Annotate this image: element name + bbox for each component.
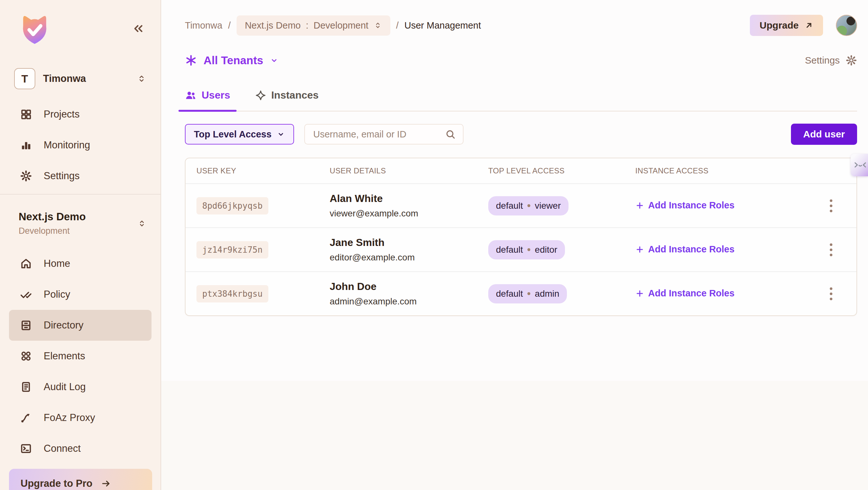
sidebar-item-label: Connect bbox=[44, 443, 81, 454]
breadcrumb-workspace[interactable]: Timonwa bbox=[185, 20, 222, 31]
user-key-chip[interactable]: 8pd66jkpyqsb bbox=[196, 197, 268, 214]
upgrade-banner-label: Upgrade to Pro bbox=[21, 478, 92, 489]
add-instance-roles-link[interactable]: Add Instance Roles bbox=[635, 244, 735, 255]
select-caret-icon bbox=[137, 74, 146, 84]
user-avatar[interactable] bbox=[836, 15, 857, 36]
sidebar-item-connect[interactable]: Connect bbox=[9, 433, 152, 464]
top-level-access-filter[interactable]: Top Level Access bbox=[185, 124, 294, 145]
row-menu-kebab-icon[interactable] bbox=[827, 197, 835, 215]
tab-instances[interactable]: Instances bbox=[255, 89, 321, 111]
chevron-down-icon bbox=[270, 56, 279, 65]
access-role: viewer bbox=[535, 201, 561, 211]
project-switcher[interactable]: Next.js Demo Development bbox=[19, 211, 146, 236]
add-instance-roles-link[interactable]: Add Instance Roles bbox=[635, 200, 735, 211]
sidebar-item-label: Elements bbox=[44, 350, 85, 362]
access-badge[interactable]: default admin bbox=[488, 284, 567, 303]
sidebar-item-home[interactable]: Home bbox=[9, 248, 152, 279]
arrow-right-icon bbox=[101, 479, 111, 489]
breadcrumb-separator: / bbox=[228, 20, 231, 31]
terminal-icon bbox=[20, 442, 32, 455]
table-toolbar: Top Level Access Add user bbox=[185, 124, 857, 145]
row-menu-kebab-icon[interactable] bbox=[827, 241, 835, 259]
breadcrumb-separator: / bbox=[396, 20, 399, 31]
sidebar-item-monitoring[interactable]: Monitoring bbox=[0, 130, 160, 160]
tenant-selector[interactable]: All Tenants bbox=[185, 54, 279, 67]
sidebar-item-settings[interactable]: Settings bbox=[0, 160, 160, 191]
workspace-name: Timonwa bbox=[43, 73, 86, 85]
search-icon[interactable] bbox=[445, 129, 456, 140]
home-icon bbox=[20, 257, 32, 270]
user-key-chip[interactable]: ptx384krbgsu bbox=[196, 285, 268, 303]
workspace-avatar: T bbox=[14, 68, 35, 89]
user-key-chip[interactable]: jz14r9kzi75n bbox=[196, 241, 268, 258]
add-user-button[interactable]: Add user bbox=[791, 124, 857, 145]
upgrade-button-label: Upgrade bbox=[760, 20, 799, 31]
user-email: admin@example.com bbox=[330, 296, 488, 307]
sidebar-item-elements[interactable]: Elements bbox=[9, 341, 152, 371]
project-environment: Development bbox=[19, 226, 86, 236]
sidebar-item-projects[interactable]: Projects bbox=[0, 99, 160, 130]
app-logo-icon[interactable] bbox=[19, 13, 51, 47]
sidebar-item-foaz-proxy[interactable]: FoAz Proxy bbox=[9, 402, 152, 433]
tab-users[interactable]: Users bbox=[185, 89, 232, 111]
column-header-user-key: USER KEY bbox=[196, 166, 330, 175]
breadcrumb-project: Next.js Demo bbox=[245, 20, 301, 31]
sidebar-item-directory[interactable]: Directory bbox=[9, 310, 152, 341]
sidebar-top-nav: Projects Monitoring bbox=[0, 99, 160, 191]
gear-icon bbox=[845, 55, 857, 66]
double-check-icon bbox=[20, 288, 32, 301]
sidebar-item-label: Audit Log bbox=[44, 381, 86, 393]
add-instance-roles-label: Add Instance Roles bbox=[648, 288, 735, 299]
search-input[interactable] bbox=[313, 129, 445, 140]
elements-circles-icon bbox=[20, 350, 32, 362]
feedback-widget-tab[interactable] bbox=[851, 154, 868, 176]
workspace-switcher[interactable]: T Timonwa bbox=[14, 68, 146, 89]
sidebar-item-label: Policy bbox=[44, 289, 70, 300]
filter-label: Top Level Access bbox=[194, 129, 272, 140]
breadcrumb-colon: : bbox=[306, 20, 309, 31]
add-instance-roles-label: Add Instance Roles bbox=[648, 200, 735, 211]
top-header: Timonwa / Next.js Demo : Development / U… bbox=[185, 15, 857, 36]
breadcrumb-current-page: User Management bbox=[404, 20, 481, 31]
access-badge[interactable]: default editor bbox=[488, 240, 565, 259]
sidebar-item-label: Projects bbox=[44, 109, 80, 120]
route-icon bbox=[20, 412, 32, 424]
sidebar-collapse-button[interactable] bbox=[132, 22, 145, 35]
add-instance-roles-label: Add Instance Roles bbox=[648, 244, 735, 255]
directory-cabinet-icon bbox=[20, 319, 32, 331]
chevrons-left-icon bbox=[132, 22, 145, 35]
badge-separator-dot bbox=[527, 204, 530, 207]
asterisk-icon bbox=[185, 54, 197, 66]
sidebar-item-label: Home bbox=[44, 258, 70, 269]
user-name: Jane Smith bbox=[330, 237, 488, 248]
squint-face-icon bbox=[854, 161, 867, 169]
user-search bbox=[304, 124, 464, 145]
table-row: jz14r9kzi75n Jane Smith editor@example.c… bbox=[186, 227, 857, 271]
table-header-row: USER KEY USER DETAILS TOP LEVEL ACCESS I… bbox=[186, 158, 857, 183]
gear-icon bbox=[20, 170, 32, 182]
plus-icon bbox=[635, 289, 644, 298]
page-settings-link[interactable]: Settings bbox=[805, 55, 857, 66]
column-header-top-level-access: TOP LEVEL ACCESS bbox=[488, 166, 635, 175]
users-icon bbox=[185, 90, 196, 101]
add-instance-roles-link[interactable]: Add Instance Roles bbox=[635, 288, 735, 299]
upgrade-to-pro-banner[interactable]: Upgrade to Pro bbox=[9, 469, 152, 490]
row-menu-kebab-icon[interactable] bbox=[827, 285, 835, 303]
chevron-down-icon bbox=[277, 130, 285, 139]
upgrade-button[interactable]: Upgrade bbox=[750, 15, 823, 36]
breadcrumb-environment: Development bbox=[314, 20, 369, 31]
table-row: 8pd66jkpyqsb Alan White viewer@example.c… bbox=[186, 183, 857, 227]
access-badge[interactable]: default viewer bbox=[488, 196, 568, 215]
sidebar-project-nav: Home Policy Directory bbox=[0, 248, 160, 464]
bar-chart-icon bbox=[20, 139, 32, 151]
sidebar-item-audit-log[interactable]: Audit Log bbox=[9, 371, 152, 402]
access-role: editor bbox=[535, 245, 557, 255]
breadcrumb-project-env-selector[interactable]: Next.js Demo : Development bbox=[237, 16, 390, 36]
user-name: Alan White bbox=[330, 193, 488, 205]
sidebar-divider bbox=[0, 194, 160, 194]
document-lines-icon bbox=[20, 381, 32, 393]
tab-label: Users bbox=[202, 89, 230, 101]
arrow-up-right-icon bbox=[804, 21, 813, 30]
sidebar-item-policy[interactable]: Policy bbox=[9, 279, 152, 310]
user-name: John Doe bbox=[330, 281, 488, 293]
